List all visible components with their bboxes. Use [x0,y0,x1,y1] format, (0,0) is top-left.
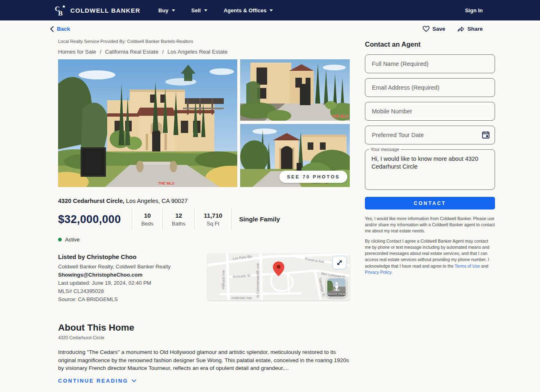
svg-text:Hillhurst Ave: Hillhurst Ave [221,270,225,289]
continue-reading-label: CONTINUE READING [58,378,128,384]
svg-text:N Commonwealth Ave: N Commonwealth Ave [256,263,260,297]
street-view-label: Street View [327,292,346,296]
breadcrumb-california[interactable]: California Real Estate [105,49,159,55]
main-photo[interactable]: THE MLS [58,59,237,187]
beds-stat: 10 Beds [132,212,162,227]
agent-email[interactable]: Showings@ChristopheChoo.com [58,272,201,278]
street-view-trees [327,281,333,291]
email-field[interactable] [365,78,495,97]
calendar-icon[interactable] [482,131,490,139]
breadcrumb-separator: / [162,49,164,55]
brokerage: Coldwell Banker Realty, Coldwell Banker … [58,264,201,270]
active-status-label: Active [65,237,79,243]
full-name-field[interactable] [365,54,495,73]
sqft-stat: 11,710 Sq Ft [195,212,231,227]
breadcrumb-separator: / [100,49,101,55]
active-status-dot [58,238,62,241]
breadcrumb-los-angeles[interactable]: Los Angeles Real Estate [167,49,227,55]
nav-sell[interactable]: Sell [191,7,207,14]
about-subtitle: 4320 Cedarhurst Circle [58,335,350,340]
cb-monogram-icon: C B [54,4,67,16]
about-section: About This Home 4320 Cedarhurst Circle I… [58,322,350,384]
mobile-field-wrap [365,102,495,121]
nav-sell-label: Sell [191,7,201,14]
terms-of-use-link[interactable]: Terms of Use [454,264,480,268]
listing-agent-info: Listed by Christophe Choo Coldwell Banke… [58,253,201,304]
location-map[interactable]: Los Feliz Blv Hillhurst Ave N Commonweal… [207,253,350,300]
nav-agents-offices[interactable]: Agents & Offices [224,7,273,14]
mls-number: MLS# CL24395028 [58,288,201,294]
baths-value: 12 [172,212,185,219]
mobile-number-field[interactable] [365,102,495,121]
about-title: About This Home [58,322,350,333]
breadcrumb-homes-for-sale[interactable]: Homes for Sale [58,49,96,55]
sqft-value: 11,710 [204,212,222,219]
baths-stat: 12 Baths [163,212,194,227]
map-expand-button[interactable] [332,256,347,269]
baths-label: Baths [172,221,185,227]
tour-date-field-wrap [365,126,495,144]
legal-text-and: and [480,264,488,268]
beds-label: Beds [141,221,153,227]
tour-date-field[interactable] [365,126,495,144]
save-label: Save [432,26,446,32]
chevron-down-icon [270,9,273,11]
contact-submit-button[interactable]: CONTACT [365,197,495,210]
expand-icon [336,259,343,266]
back-label: Back [57,26,70,32]
message-field[interactable]: Hi, I would like to know more about 4320… [365,150,495,189]
save-button[interactable]: Save [423,26,446,32]
sign-in-button[interactable]: Sign In [465,7,483,14]
address-street: 4320 Cedarhurst Circle, [58,198,124,204]
divider [231,209,232,230]
svg-text:B: B [58,9,63,16]
share-label: Share [467,26,483,32]
sqft-label: Sq Ft [204,221,222,227]
chevron-down-icon [204,9,207,11]
photo-gallery: THE MLS [58,59,350,187]
agent-map-section: Listed by Christophe Choo Coldwell Banke… [58,253,350,304]
listing-status: Active [58,237,350,243]
message-field-wrap: Your message Hi, I would like to know mo… [365,149,495,190]
listing-column: Local Realty Service Provided By: Coldwe… [58,36,350,392]
see-all-photos-button[interactable]: SEE 70 PHOTOS [279,171,347,183]
address-city: Los Angeles, CA 90027 [124,198,188,204]
mls-watermark: THE MLS [158,182,175,185]
contact-agent-panel: Contact an Agent Your message [365,36,495,392]
beds-value: 10 [141,212,153,219]
full-name-field-wrap [365,54,495,73]
about-description: Introducing "The Cedars" a monument to O… [58,348,350,372]
legal-text: By clicking Contact I agree a Coldwell B… [365,238,495,275]
coldwell-banker-logo[interactable]: C B COLDWELL BANKER [54,4,140,16]
continue-reading-button[interactable]: CONTINUE READING [58,378,350,384]
chevron-down-icon [172,9,175,11]
main-nav: Buy Sell Agents & Offices [158,7,273,14]
nav-agents-label: Agents & Offices [224,7,267,14]
street-view-button[interactable]: Street View [326,277,346,297]
listing-source: Source: CA BRIDGEMLS [58,296,201,302]
email-field-wrap [365,78,495,97]
chevron-down-icon [132,379,136,382]
mls-watermark: THE MLS [332,115,349,118]
message-field-label: Your message [369,147,401,152]
back-button[interactable]: Back [50,26,70,32]
listed-by: Listed by Christophe Choo [58,253,201,260]
share-button[interactable]: Share [457,26,483,32]
privacy-policy-link[interactable]: Privacy Policy. [365,270,393,275]
property-address: 4320 Cedarhurst Circle, Los Angeles, CA … [58,198,350,204]
heart-icon [423,26,430,32]
secondary-photo-bottom[interactable]: SEE 70 PHOTOS [240,124,350,187]
pegman-icon [334,282,340,291]
nav-buy[interactable]: Buy [158,7,175,14]
provider-note: Local Realty Service Provided By: Coldwe… [58,39,350,44]
breadcrumb: Homes for Sale / California Real Estate … [58,49,350,55]
toolbar-actions: Save Share [423,26,483,32]
nav-buy-label: Buy [158,7,169,14]
consent-text: Yes, I would like more information from … [365,216,495,234]
price-summary: $32,000,000 10 Beds 12 Baths 11,710 Sq F… [58,209,350,230]
contact-agent-title: Contact an Agent [365,41,495,48]
chevron-left-icon [50,26,54,32]
top-navbar: C B COLDWELL BANKER Buy Sell Agents & Of… [0,0,540,20]
secondary-photo-top[interactable]: THE MLS [240,59,350,121]
page-content: Local Realty Service Provided By: Coldwe… [58,36,540,392]
